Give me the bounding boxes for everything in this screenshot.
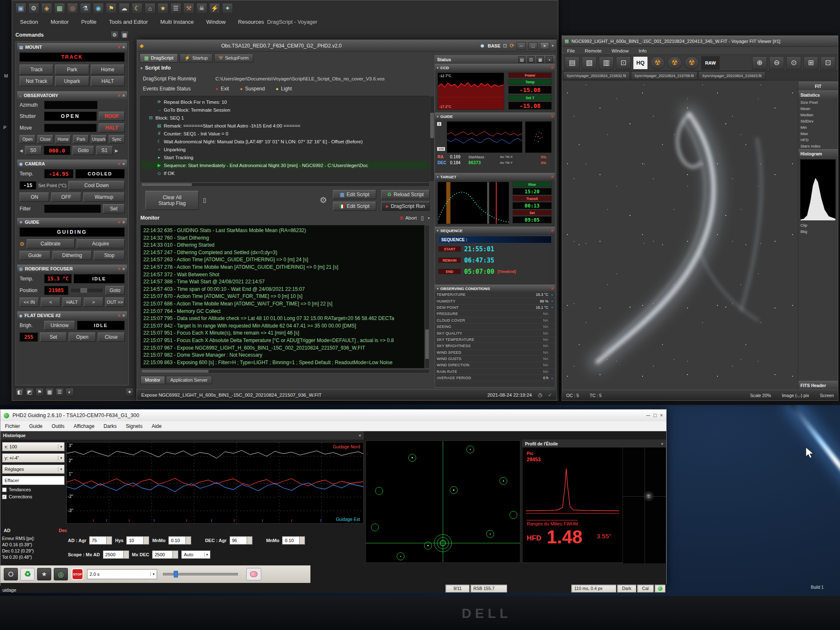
focuser-close-icon[interactable]: ×: [118, 266, 120, 271]
voyager-toolbar-icon[interactable]: ☰: [170, 3, 181, 14]
observatory-link-button[interactable]: Close: [38, 135, 53, 143]
voyager-toolbar-icon[interactable]: ✦: [222, 3, 233, 14]
fit-sidebar-fit[interactable]: FIT: [798, 82, 838, 90]
camera-button[interactable]: [4, 568, 18, 580]
tree-hscrollbar[interactable]: [140, 182, 430, 187]
fit-tab[interactable]: SyncVoyager_20210824_215632.fit: [563, 71, 630, 80]
fit-hq-badge[interactable]: HQ: [633, 56, 648, 70]
dragscript-run-button[interactable]: ▶DragScript Run: [381, 202, 430, 211]
voyager-toolbar-icon[interactable]: ◎: [67, 3, 78, 14]
target-close-icon[interactable]: ×: [551, 175, 553, 179]
fit-tab[interactable]: SyncVoyager_20210824_215923.fit: [698, 71, 765, 80]
tree-item[interactable]: →GoTo Block: Terminate Session: [141, 106, 429, 114]
calibrate-button[interactable]: Calibrate: [27, 239, 75, 248]
voyager-toolbar-icon[interactable]: ▦: [54, 3, 65, 14]
mount-button[interactable]: Not Track: [20, 76, 53, 86]
filter-set-button[interactable]: Set: [103, 204, 125, 213]
dragscript-maximize-button[interactable]: □: [528, 42, 538, 50]
guide-stop-button[interactable]: Stop: [94, 251, 125, 260]
roof-button[interactable]: ROOF: [99, 112, 125, 121]
guide-star-panel[interactable]: [365, 440, 520, 563]
voyager-menu-item[interactable]: Tools and Editor: [103, 17, 154, 27]
voyager-toolbar-icon[interactable]: ★: [158, 3, 168, 14]
event-led[interactable]: ●Exit: [215, 86, 229, 92]
mount-button[interactable]: Track: [20, 65, 53, 75]
phd2-menu-item[interactable]: Darks: [99, 422, 121, 430]
fit-file-icon[interactable]: ▤: [565, 56, 580, 70]
voyager-toolbar-icon[interactable]: ☠: [196, 3, 207, 14]
clear-startup-flag-button[interactable]: Clear AllStartup Flag: [145, 191, 199, 210]
status-icon-2[interactable]: ⊡: [528, 56, 535, 63]
tree-item[interactable]: ▤Remark: =======Start shoot Nuit Astro -…: [141, 122, 429, 130]
exposure-dropdown[interactable]: 2.0 s▾: [87, 569, 157, 579]
focuser-button[interactable]: << IN: [20, 298, 39, 307]
ad-agr-spinner[interactable]: 75: [89, 536, 112, 545]
tree-item[interactable]: ☾Wait Astronomical Night: Manual Data [L…: [141, 138, 429, 145]
mxad-spinner[interactable]: 2500: [103, 550, 129, 559]
chevron-down-icon[interactable]: ▾: [552, 43, 554, 48]
move-field[interactable]: [44, 124, 97, 132]
mount-button[interactable]: Unpark: [55, 76, 89, 86]
status-icon-3[interactable]: ▦: [537, 56, 544, 63]
focuser-button[interactable]: >: [84, 298, 103, 307]
ccd-close-icon[interactable]: ×: [551, 65, 553, 70]
trash-icon[interactable]: ▯: [203, 197, 206, 203]
voyager-toolbar-icon[interactable]: ⚙: [28, 3, 39, 14]
script-info-header[interactable]: ▾ Script Info: [140, 65, 171, 71]
edit-script-button[interactable]: ▦Edit Script: [333, 190, 376, 199]
reload-script-button[interactable]: ♻Reload Script: [381, 190, 430, 199]
dec-agr-spinner[interactable]: 96: [230, 536, 252, 545]
camera-pin-icon[interactable]: ×: [122, 161, 125, 166]
fit-sidebar-fits-header[interactable]: FITS Header: [798, 381, 838, 390]
bottom-icon-4[interactable]: ▦: [45, 388, 54, 396]
focuser-pin-icon[interactable]: ×: [122, 266, 125, 271]
zoom-out-icon[interactable]: ⊖: [769, 56, 784, 70]
mount-pin-icon[interactable]: ×: [122, 45, 125, 50]
voyager-toolbar-icon[interactable]: ◈: [41, 3, 52, 14]
zoom-in-icon[interactable]: ⊕: [752, 56, 767, 70]
monitor-trash-icon[interactable]: ▯: [421, 215, 424, 221]
bottom-icon-3[interactable]: ⚑: [35, 388, 44, 396]
yscale-dropdown[interactable]: y: +/-4"▾: [2, 453, 65, 462]
voyager-menu-item[interactable]: Resources: [232, 17, 270, 27]
tree-item[interactable]: ⟳Repeat Block For n Times: 10: [141, 98, 429, 106]
monitor-icon[interactable]: ⊡: [503, 43, 507, 49]
focuser-goto-button[interactable]: Goto: [105, 286, 125, 295]
sequence-close-icon[interactable]: ×: [551, 228, 553, 233]
mount-button[interactable]: Home: [91, 65, 125, 75]
s0-button[interactable]: S0: [25, 146, 42, 155]
fit-menu-item[interactable]: Info: [634, 48, 652, 54]
bottom-icon-2[interactable]: ◩: [25, 388, 34, 396]
mnmo2-spinner[interactable]: 0.10: [282, 536, 305, 545]
profile-close-icon[interactable]: ×: [661, 442, 663, 446]
voyager-menu-item[interactable]: Multi Instance: [154, 17, 200, 27]
flat-close-icon[interactable]: ×: [118, 313, 120, 318]
commands-gear-icon[interactable]: ⚙: [110, 31, 119, 39]
observatory-link-button[interactable]: Unpark: [91, 135, 107, 143]
observatory-pin-icon[interactable]: ×: [122, 93, 125, 98]
bottom-icon-6[interactable]: ◐: [65, 388, 74, 396]
observatory-link-button[interactable]: Park: [73, 135, 89, 143]
focuser-button[interactable]: OUT >>: [105, 298, 125, 307]
tree-item[interactable]: ⊟Block: SEQ 1: [141, 114, 429, 122]
dragscript-minimize-button[interactable]: ─: [517, 42, 526, 50]
focuser-button[interactable]: <: [41, 298, 60, 307]
dec-mode-dropdown[interactable]: Auto▾: [181, 550, 210, 559]
phd2-menu-item[interactable]: Outils: [47, 422, 69, 430]
zoom-fit-icon[interactable]: ⊙: [786, 56, 801, 70]
hys-spinner[interactable]: 10: [126, 536, 149, 545]
fit-open-icon[interactable]: ▧: [582, 56, 597, 70]
zoom-100-icon[interactable]: ⊞: [803, 56, 818, 70]
fit-tab[interactable]: SyncVoyager_20210824_215708.fit: [631, 71, 698, 80]
fit-menu-item[interactable]: File: [562, 48, 580, 54]
fit-rad-icon-3[interactable]: ☢: [684, 56, 699, 70]
guide-start-button[interactable]: ◎: [54, 568, 68, 580]
voyager-menu-item[interactable]: Profile: [75, 17, 103, 27]
mount-button[interactable]: Park: [55, 65, 89, 75]
azimuth-field[interactable]: [44, 101, 98, 109]
tendances-checkbox[interactable]: Tendances: [2, 487, 65, 492]
status-icon-4[interactable]: ▪: [546, 56, 553, 63]
focuser-button[interactable]: HALT: [62, 298, 82, 307]
voyager-toolbar-icon[interactable]: ⚗: [80, 3, 91, 14]
voyager-toolbar-icon[interactable]: ☁: [119, 3, 130, 14]
